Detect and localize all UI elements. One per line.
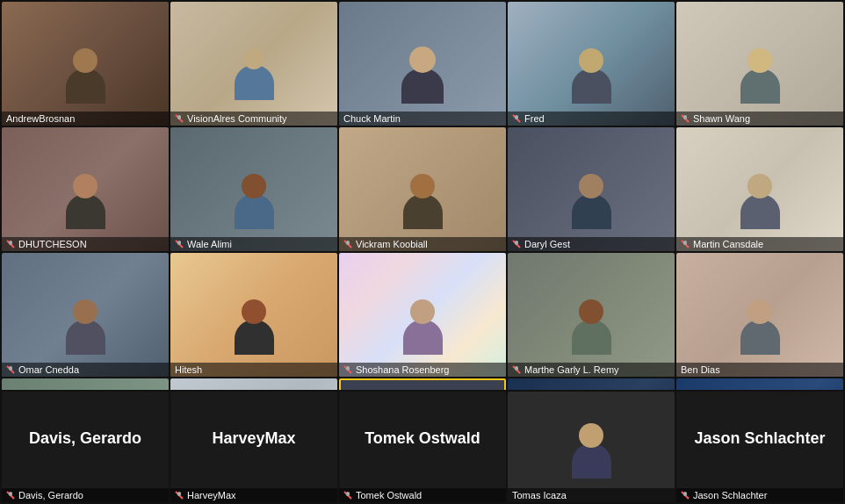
bottom-card-sublabel: Tomek Ostwald (339, 488, 506, 502)
participant-andrew-brosnan[interactable]: AndrewBrosnan (2, 2, 169, 126)
participant-label: Daryl Gest (508, 237, 675, 251)
bottom-card-davis-gerardo[interactable]: Davis, Gerardo Davis, Gerardo (2, 392, 169, 502)
bottom-card-name: HarveyMax (212, 429, 295, 448)
participant-hitesh[interactable]: Hitesh (170, 253, 337, 377)
svg-rect-29 (9, 492, 12, 496)
participant-fred[interactable]: Fred (508, 2, 675, 126)
svg-rect-35 (683, 492, 687, 496)
svg-rect-31 (177, 492, 181, 496)
participant-name: VisionAlres Community (187, 113, 287, 124)
bottom-card-sublabel: HarveyMax (170, 488, 337, 502)
participant-label: Marthe Garly L. Remy (508, 363, 675, 377)
bottom-card-jason-schlachter[interactable]: Jason Schlachter Jason Schlachter (676, 392, 843, 502)
bottom-card-tomek-ostwald[interactable]: Tomek Ostwald Tomek Ostwald (339, 392, 506, 502)
participant-name: Tomas Icaza (512, 490, 567, 500)
mic-muted-icon (681, 114, 690, 123)
sublabel-text: Jason Schlachter (693, 490, 767, 500)
sublabel-text: Tomek Ostwald (356, 490, 422, 500)
participant-name: Omar Cnedda (18, 364, 79, 375)
mic-muted-icon (512, 365, 521, 374)
bottom-name-cards: Davis, Gerardo Davis, Gerardo HarveyMax … (0, 390, 845, 504)
participant-label: Fred (508, 112, 675, 126)
participant-shawn-wang[interactable]: Shawn Wang (676, 2, 843, 126)
participant-name: Hitesh (175, 364, 202, 375)
svg-rect-1 (177, 115, 181, 119)
mic-muted-icon (6, 491, 15, 500)
sublabel-text: Davis, Gerardo (18, 490, 83, 500)
participant-dhutcheson[interactable]: DHUTCHESON (2, 127, 169, 251)
participant-name: Wale Alimi (187, 239, 232, 249)
participant-label: DHUTCHESON (2, 237, 169, 251)
participant-label: Ben Dias (676, 363, 843, 377)
mic-muted-icon (681, 491, 690, 500)
participant-label: AndrewBrosnan (2, 112, 169, 126)
svg-rect-17 (9, 366, 12, 371)
bottom-card-name: Jason Schlachter (694, 429, 825, 448)
bottom-card-harveymax[interactable]: HarveyMax HarveyMax (170, 392, 337, 502)
participant-label: Vickram Koobiall (339, 237, 506, 251)
sublabel-text: HarveyMax (187, 490, 236, 500)
mic-muted-icon (175, 240, 184, 248)
participant-shoshana-rosenberg[interactable]: Shoshana Rosenberg (339, 253, 506, 377)
participant-name: Marthe Garly L. Remy (524, 364, 619, 375)
participant-name: Fred (524, 113, 545, 124)
mic-muted-icon (512, 114, 521, 123)
bottom-card-sublabel: Jason Schlachter (676, 488, 843, 502)
svg-rect-15 (683, 241, 687, 245)
participant-label: Omar Cnedda (2, 363, 169, 377)
bottom-card-sublabel: Davis, Gerardo (2, 488, 169, 502)
participant-name: Ben Dias (681, 364, 720, 375)
svg-rect-19 (346, 366, 350, 371)
participant-label: VisionAlres Community (170, 112, 337, 126)
svg-rect-33 (346, 492, 350, 496)
participant-label: Hitesh (170, 363, 337, 377)
bottom-card-name: Davis, Gerardo (29, 429, 141, 448)
svg-rect-11 (346, 241, 350, 245)
participant-name: DHUTCHESON (18, 239, 87, 249)
participant-wale-alimi[interactable]: Wale Alimi (170, 127, 337, 251)
participant-vision-alres[interactable]: VisionAlres Community (170, 2, 337, 126)
participant-name: Shawn Wang (693, 113, 750, 124)
participant-martin-cansdale[interactable]: Martin Cansdale (676, 127, 843, 251)
participant-omar-cnedda[interactable]: Omar Cnedda (2, 253, 169, 377)
participant-label: Chuck Martin (339, 112, 506, 126)
participant-name: Shoshana Rosenberg (356, 364, 449, 375)
participant-name: Vickram Koobiall (356, 239, 428, 249)
participant-name: AndrewBrosnan (6, 113, 75, 124)
mic-muted-icon (343, 365, 352, 374)
participant-name: Chuck Martin (343, 113, 401, 124)
participant-label: Martin Cansdale (676, 237, 843, 251)
participant-chuck-martin[interactable]: Chuck Martin (339, 2, 506, 126)
participant-name: Martin Cansdale (693, 239, 763, 249)
participant-label: Shawn Wang (676, 112, 843, 126)
participant-daryl-gest[interactable]: Daryl Gest (508, 127, 675, 251)
participant-label: Tomas Icaza (508, 488, 675, 502)
mic-muted-icon (6, 240, 15, 248)
svg-rect-9 (177, 241, 181, 245)
svg-rect-3 (515, 115, 518, 119)
mic-muted-icon (175, 491, 184, 500)
mic-muted-icon (343, 491, 352, 500)
participant-vickram-koobiall[interactable]: Vickram Koobiall (339, 127, 506, 251)
bottom-card-tomas-icaza[interactable]: Tomas Icaza (508, 392, 675, 502)
svg-rect-5 (683, 115, 687, 119)
mic-muted-icon (175, 114, 184, 123)
participant-ben-dias[interactable]: Ben Dias (676, 253, 843, 377)
svg-rect-7 (9, 241, 12, 245)
svg-rect-13 (515, 241, 518, 245)
participant-label: Shoshana Rosenberg (339, 363, 506, 377)
svg-rect-21 (515, 366, 518, 371)
mic-muted-icon (681, 240, 690, 248)
bottom-card-name: Tomek Ostwald (365, 429, 480, 448)
participant-label: Wale Alimi (170, 237, 337, 251)
participant-name: Daryl Gest (524, 239, 570, 249)
mic-muted-icon (343, 240, 352, 248)
participant-marthe-garly[interactable]: Marthe Garly L. Remy (508, 253, 675, 377)
mic-muted-icon (512, 240, 521, 248)
mic-muted-icon (6, 365, 15, 374)
